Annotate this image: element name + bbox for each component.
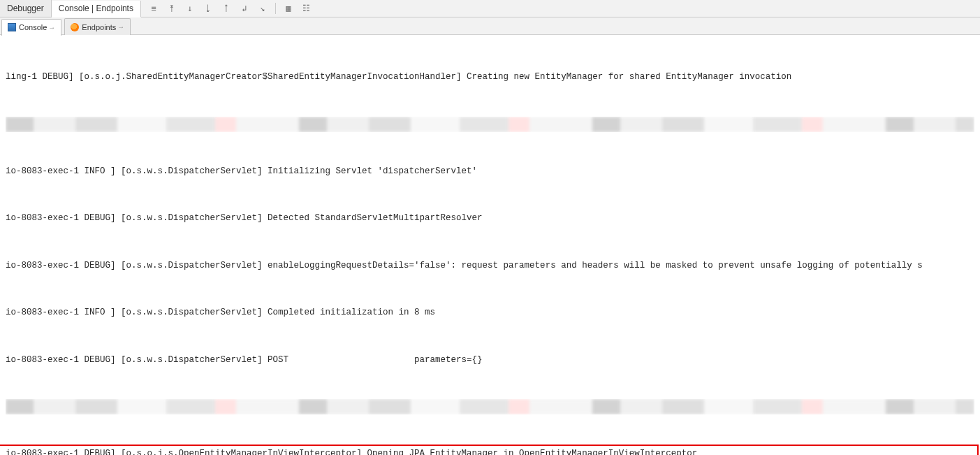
- log-line: io-8083-exec-1 INFO ] [o.s.w.s.Dispatche…: [6, 164, 974, 180]
- separator: [275, 3, 276, 14]
- toolbar: ≡ ⭱ ↓ ⭣ ⭡ ↲ ↘ ▦ ☷: [141, 3, 312, 14]
- log-line: io-8083-exec-1 DEBUG] [o.s.w.s.Dispatche…: [6, 352, 974, 368]
- subtab-endpoints-label: Endpoints: [82, 23, 116, 31]
- subtab-endpoints[interactable]: Endpoints →: [64, 18, 131, 35]
- log-line-highlighted: io-8083-exec-1 DEBUG] [o.s.o.j.s.OpenEnt…: [6, 446, 974, 455]
- log-line: ling-1 DEBUG] [o.s.o.j.SharedEntityManag…: [6, 69, 974, 85]
- chevron-right-icon: →: [117, 23, 124, 31]
- sub-tabbar: Console → Endpoints →: [0, 17, 980, 35]
- redacted-row: [6, 399, 974, 414]
- tree-icon[interactable]: ☷: [301, 3, 312, 14]
- wrap-icon[interactable]: ↲: [239, 3, 250, 14]
- download-icon[interactable]: ⭣: [203, 3, 214, 14]
- terminal-icon: [8, 23, 16, 31]
- tab-debugger[interactable]: Debugger: [0, 0, 52, 17]
- redacted-row: [6, 117, 974, 132]
- log-line: io-8083-exec-1 DEBUG] [o.s.w.s.Dispatche…: [6, 258, 974, 274]
- grid-icon[interactable]: ▦: [283, 3, 294, 14]
- endpoints-icon: [71, 23, 79, 31]
- log-line: io-8083-exec-1 INFO ] [o.s.w.s.Dispatche…: [6, 305, 974, 321]
- menu-icon[interactable]: ≡: [148, 3, 159, 14]
- chevron-right-icon: →: [48, 24, 55, 31]
- jump-down-icon[interactable]: ↘: [257, 3, 268, 14]
- up-jump-icon[interactable]: ⭱: [166, 3, 177, 14]
- subtab-console-label: Console: [19, 23, 47, 31]
- main-tabbar: Debugger Console | Endpoints ≡ ⭱ ↓ ⭣ ⭡ ↲…: [0, 0, 980, 17]
- upload-icon[interactable]: ⭡: [221, 3, 232, 14]
- tab-console-endpoints[interactable]: Console | Endpoints: [52, 1, 141, 17]
- console-output[interactable]: ling-1 DEBUG] [o.s.o.j.SharedEntityManag…: [0, 35, 980, 455]
- subtab-console[interactable]: Console →: [1, 19, 61, 36]
- log-line: io-8083-exec-1 DEBUG] [o.s.w.s.Dispatche…: [6, 210, 974, 226]
- down-arrow-icon[interactable]: ↓: [184, 3, 196, 14]
